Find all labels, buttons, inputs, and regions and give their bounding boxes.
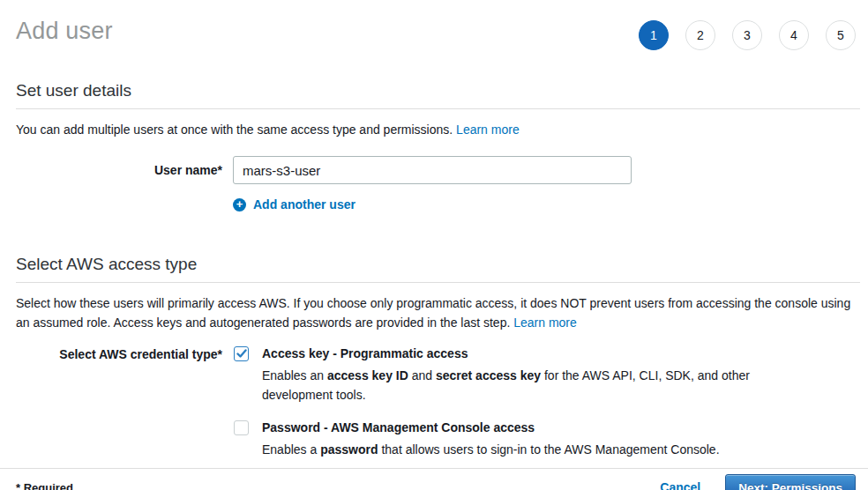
user-details-section-title: Set user details: [16, 81, 860, 109]
password-option-body: Password - AWS Management Console access…: [262, 419, 720, 459]
desc-bold-text: password: [320, 442, 378, 457]
desc-bold-text: secret access key: [436, 368, 541, 382]
access-key-option-desc: Enables an access key ID and secret acce…: [262, 366, 752, 405]
credential-type-row: Select AWS credential type* Access key -…: [16, 345, 860, 459]
footer-actions: Cancel Next: Permissions: [660, 474, 856, 490]
next-permissions-button[interactable]: Next: Permissions: [725, 474, 856, 490]
desc-text: Enables an: [262, 368, 327, 382]
access-key-checkbox[interactable]: [234, 346, 249, 361]
page-title: Add user: [16, 18, 113, 45]
step-2-indicator: 2: [685, 20, 715, 50]
desc-bold-text: access key ID: [327, 368, 408, 382]
user-details-intro: You can add multiple users at once with …: [16, 120, 860, 139]
access-key-option-body: Access key - Programmatic access Enables…: [262, 345, 752, 405]
desc-text: that allows users to sign-in to the AWS …: [378, 442, 720, 457]
step-4-indicator: 4: [779, 20, 809, 50]
step-3-indicator: 3: [732, 20, 762, 50]
username-row: User name*: [16, 156, 860, 184]
footer-bar: * Required Cancel Next: Permissions: [0, 468, 868, 490]
password-option-title: Password - AWS Management Console access: [262, 419, 720, 436]
credential-type-label: Select AWS credential type*: [16, 345, 222, 361]
access-key-option-title: Access key - Programmatic access: [262, 345, 752, 362]
desc-text: and: [408, 368, 436, 382]
access-type-intro-text: Select how these users will primarily ac…: [16, 296, 850, 330]
step-5-indicator: 5: [826, 20, 856, 50]
main-content: Set user details You can add multiple us…: [0, 50, 868, 459]
password-option: Password - AWS Management Console access…: [234, 419, 752, 459]
user-details-intro-text: You can add multiple users at once with …: [16, 122, 456, 137]
access-type-section-title: Select AWS access type: [16, 255, 860, 283]
step-1-indicator: 1: [639, 20, 669, 50]
password-checkbox[interactable]: [234, 420, 249, 435]
add-another-user-button[interactable]: + Add another user: [233, 197, 355, 212]
credential-options: Access key - Programmatic access Enables…: [234, 345, 752, 459]
add-another-user-label: Add another user: [253, 197, 355, 212]
access-type-intro: Select how these users will primarily ac…: [16, 293, 860, 332]
plus-circle-icon: +: [233, 198, 246, 212]
required-note: * Required: [16, 481, 73, 490]
access-type-learn-more-link[interactable]: Learn more: [513, 316, 577, 330]
desc-text: Enables a: [262, 442, 320, 457]
access-key-option: Access key - Programmatic access Enables…: [234, 345, 752, 405]
username-input[interactable]: [233, 156, 632, 184]
username-label: User name*: [16, 163, 222, 177]
user-details-learn-more-link[interactable]: Learn more: [456, 122, 520, 137]
page-header: Add user 1 2 3 4 5: [0, 0, 868, 50]
password-option-desc: Enables a password that allows users to …: [262, 440, 720, 459]
step-indicator: 1 2 3 4 5: [639, 18, 856, 50]
checkmark-icon: [236, 349, 247, 359]
cancel-button[interactable]: Cancel: [660, 480, 700, 490]
